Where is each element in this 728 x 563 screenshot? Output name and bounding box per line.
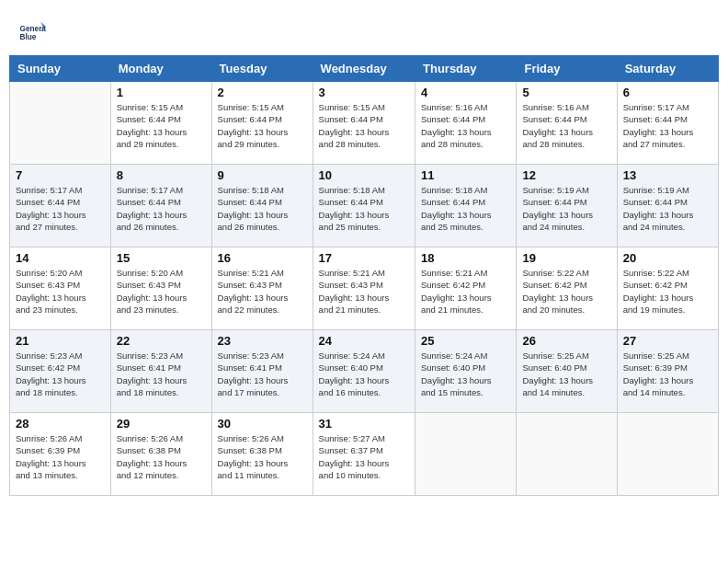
svg-text:Blue: Blue	[20, 33, 37, 41]
calendar-cell: 2Sunrise: 5:15 AM Sunset: 6:44 PM Daylig…	[211, 82, 313, 165]
day-number: 2	[218, 86, 307, 99]
day-number: 15	[117, 251, 206, 265]
calendar-cell: 20Sunrise: 5:22 AM Sunset: 6:42 PM Dayli…	[617, 247, 718, 330]
day-number: 3	[319, 86, 409, 99]
day-info: Sunrise: 5:18 AM Sunset: 6:44 PM Dayligh…	[319, 184, 409, 233]
day-info: Sunrise: 5:23 AM Sunset: 6:41 PM Dayligh…	[117, 350, 206, 398]
day-info: Sunrise: 5:15 AM Sunset: 6:44 PM Dayligh…	[319, 101, 409, 150]
day-info: Sunrise: 5:15 AM Sunset: 6:44 PM Dayligh…	[218, 101, 307, 150]
calendar-week-4: 21Sunrise: 5:23 AM Sunset: 6:42 PM Dayli…	[10, 330, 719, 413]
day-info: Sunrise: 5:21 AM Sunset: 6:42 PM Dayligh…	[421, 267, 510, 316]
calendar-table: SundayMondayTuesdayWednesdayThursdayFrid…	[9, 55, 719, 496]
calendar-week-3: 14Sunrise: 5:20 AM Sunset: 6:43 PM Dayli…	[10, 247, 719, 330]
day-number: 24	[319, 334, 409, 348]
calendar-cell: 25Sunrise: 5:24 AM Sunset: 6:40 PM Dayli…	[415, 330, 517, 413]
day-number: 23	[218, 334, 307, 348]
day-number: 26	[522, 334, 610, 348]
day-number: 25	[421, 334, 510, 348]
calendar-cell: 16Sunrise: 5:21 AM Sunset: 6:43 PM Dayli…	[211, 247, 313, 330]
day-info: Sunrise: 5:25 AM Sunset: 6:40 PM Dayligh…	[522, 350, 610, 398]
header-saturday: Saturday	[617, 56, 718, 82]
svg-text:General: General	[20, 25, 47, 33]
day-info: Sunrise: 5:25 AM Sunset: 6:39 PM Dayligh…	[623, 350, 712, 398]
header-thursday: Thursday	[415, 56, 517, 82]
calendar-week-5: 28Sunrise: 5:26 AM Sunset: 6:39 PM Dayli…	[10, 413, 719, 496]
day-number: 31	[319, 417, 409, 431]
calendar-week-1: 1Sunrise: 5:15 AM Sunset: 6:44 PM Daylig…	[10, 82, 719, 165]
day-number: 16	[218, 251, 307, 265]
calendar-cell: 9Sunrise: 5:18 AM Sunset: 6:44 PM Daylig…	[211, 165, 313, 247]
header-wednesday: Wednesday	[313, 56, 415, 82]
day-number: 4	[421, 86, 510, 99]
day-info: Sunrise: 5:18 AM Sunset: 6:44 PM Dayligh…	[421, 184, 510, 233]
day-number: 20	[623, 251, 712, 265]
day-info: Sunrise: 5:19 AM Sunset: 6:44 PM Dayligh…	[522, 184, 610, 233]
day-number: 12	[522, 168, 610, 182]
day-info: Sunrise: 5:26 AM Sunset: 6:39 PM Dayligh…	[16, 432, 105, 481]
day-info: Sunrise: 5:15 AM Sunset: 6:44 PM Dayligh…	[117, 101, 206, 150]
calendar-cell: 24Sunrise: 5:24 AM Sunset: 6:40 PM Dayli…	[313, 330, 415, 413]
header-monday: Monday	[110, 56, 211, 82]
day-info: Sunrise: 5:26 AM Sunset: 6:38 PM Dayligh…	[117, 432, 206, 481]
day-number: 18	[421, 251, 510, 265]
calendar-cell: 28Sunrise: 5:26 AM Sunset: 6:39 PM Dayli…	[10, 413, 111, 496]
day-info: Sunrise: 5:21 AM Sunset: 6:43 PM Dayligh…	[319, 267, 409, 316]
day-info: Sunrise: 5:27 AM Sunset: 6:37 PM Dayligh…	[319, 432, 409, 481]
calendar-cell: 23Sunrise: 5:23 AM Sunset: 6:41 PM Dayli…	[211, 330, 313, 413]
day-number: 13	[623, 168, 712, 182]
calendar-cell: 18Sunrise: 5:21 AM Sunset: 6:42 PM Dayli…	[415, 247, 517, 330]
calendar-cell: 8Sunrise: 5:17 AM Sunset: 6:44 PM Daylig…	[110, 165, 211, 247]
calendar-cell: 14Sunrise: 5:20 AM Sunset: 6:43 PM Dayli…	[10, 247, 111, 330]
calendar-cell: 30Sunrise: 5:26 AM Sunset: 6:38 PM Dayli…	[211, 413, 313, 496]
day-number: 14	[16, 251, 105, 265]
calendar-week-2: 7Sunrise: 5:17 AM Sunset: 6:44 PM Daylig…	[10, 165, 719, 247]
page-header: General Blue	[9, 9, 719, 51]
day-info: Sunrise: 5:24 AM Sunset: 6:40 PM Dayligh…	[319, 350, 409, 398]
calendar-header-row: SundayMondayTuesdayWednesdayThursdayFrid…	[10, 56, 719, 82]
day-number: 7	[16, 168, 105, 182]
calendar-cell: 21Sunrise: 5:23 AM Sunset: 6:42 PM Dayli…	[10, 330, 111, 413]
calendar-cell: 3Sunrise: 5:15 AM Sunset: 6:44 PM Daylig…	[313, 82, 415, 165]
calendar-cell: 19Sunrise: 5:22 AM Sunset: 6:42 PM Dayli…	[517, 247, 617, 330]
calendar-cell: 10Sunrise: 5:18 AM Sunset: 6:44 PM Dayli…	[313, 165, 415, 247]
calendar-cell	[10, 82, 111, 165]
day-number: 9	[218, 168, 307, 182]
day-info: Sunrise: 5:24 AM Sunset: 6:40 PM Dayligh…	[421, 350, 510, 398]
calendar-cell: 4Sunrise: 5:16 AM Sunset: 6:44 PM Daylig…	[415, 82, 517, 165]
calendar-cell: 31Sunrise: 5:27 AM Sunset: 6:37 PM Dayli…	[313, 413, 415, 496]
day-info: Sunrise: 5:18 AM Sunset: 6:44 PM Dayligh…	[218, 184, 307, 233]
day-info: Sunrise: 5:21 AM Sunset: 6:43 PM Dayligh…	[218, 267, 307, 316]
header-sunday: Sunday	[10, 56, 111, 82]
header-tuesday: Tuesday	[211, 56, 313, 82]
day-number: 6	[623, 86, 712, 99]
day-info: Sunrise: 5:20 AM Sunset: 6:43 PM Dayligh…	[16, 267, 105, 316]
day-number: 1	[117, 86, 206, 99]
day-info: Sunrise: 5:23 AM Sunset: 6:42 PM Dayligh…	[16, 350, 105, 398]
day-info: Sunrise: 5:17 AM Sunset: 6:44 PM Dayligh…	[117, 184, 206, 233]
calendar-cell: 27Sunrise: 5:25 AM Sunset: 6:39 PM Dayli…	[617, 330, 718, 413]
day-number: 22	[117, 334, 206, 348]
day-number: 29	[117, 417, 206, 431]
calendar-cell: 13Sunrise: 5:19 AM Sunset: 6:44 PM Dayli…	[617, 165, 718, 247]
day-number: 30	[218, 417, 307, 431]
day-info: Sunrise: 5:19 AM Sunset: 6:44 PM Dayligh…	[623, 184, 712, 233]
day-info: Sunrise: 5:26 AM Sunset: 6:38 PM Dayligh…	[218, 432, 307, 481]
calendar-cell: 7Sunrise: 5:17 AM Sunset: 6:44 PM Daylig…	[10, 165, 111, 247]
header-friday: Friday	[517, 56, 617, 82]
calendar-cell: 12Sunrise: 5:19 AM Sunset: 6:44 PM Dayli…	[517, 165, 617, 247]
calendar-cell: 1Sunrise: 5:15 AM Sunset: 6:44 PM Daylig…	[110, 82, 211, 165]
logo: General Blue	[18, 18, 48, 46]
day-info: Sunrise: 5:17 AM Sunset: 6:44 PM Dayligh…	[623, 101, 712, 150]
calendar-cell	[415, 413, 517, 496]
calendar-cell: 11Sunrise: 5:18 AM Sunset: 6:44 PM Dayli…	[415, 165, 517, 247]
day-info: Sunrise: 5:23 AM Sunset: 6:41 PM Dayligh…	[218, 350, 307, 398]
calendar-cell: 5Sunrise: 5:16 AM Sunset: 6:44 PM Daylig…	[517, 82, 617, 165]
calendar-cell	[517, 413, 617, 496]
calendar-cell: 17Sunrise: 5:21 AM Sunset: 6:43 PM Dayli…	[313, 247, 415, 330]
day-info: Sunrise: 5:20 AM Sunset: 6:43 PM Dayligh…	[117, 267, 206, 316]
calendar-cell: 26Sunrise: 5:25 AM Sunset: 6:40 PM Dayli…	[517, 330, 617, 413]
calendar-cell: 22Sunrise: 5:23 AM Sunset: 6:41 PM Dayli…	[110, 330, 211, 413]
day-number: 17	[319, 251, 409, 265]
day-number: 8	[117, 168, 206, 182]
calendar-cell: 6Sunrise: 5:17 AM Sunset: 6:44 PM Daylig…	[617, 82, 718, 165]
